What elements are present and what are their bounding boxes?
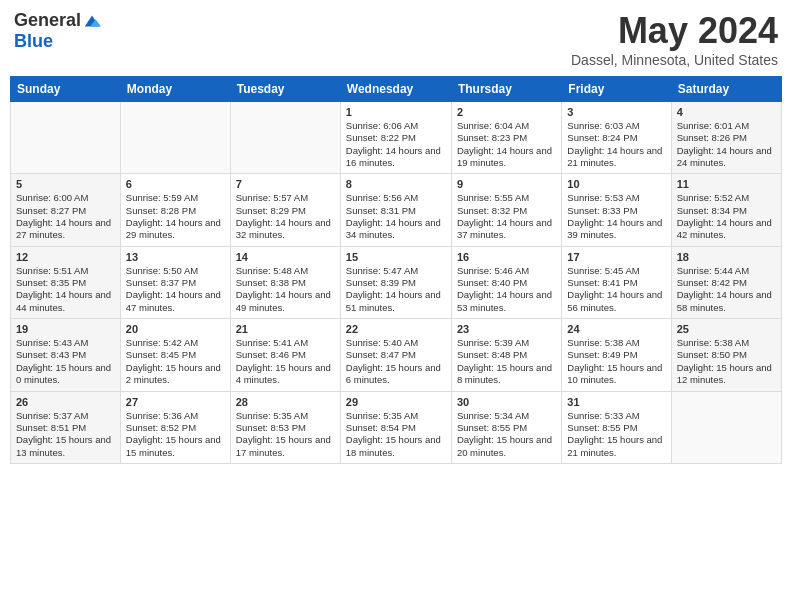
- daylight-hours: Daylight: 15 hours and 15 minutes.: [126, 434, 225, 459]
- sunrise-text: Sunrise: 6:00 AM: [16, 192, 115, 204]
- sunrise-text: Sunrise: 5:36 AM: [126, 410, 225, 422]
- calendar-cell: 14Sunrise: 5:48 AMSunset: 8:38 PMDayligh…: [230, 246, 340, 318]
- sunset-text: Sunset: 8:50 PM: [677, 349, 776, 361]
- calendar-cell: 28Sunrise: 5:35 AMSunset: 8:53 PMDayligh…: [230, 391, 340, 463]
- daylight-hours: Daylight: 15 hours and 18 minutes.: [346, 434, 446, 459]
- sunset-text: Sunset: 8:45 PM: [126, 349, 225, 361]
- daylight-hours: Daylight: 15 hours and 0 minutes.: [16, 362, 115, 387]
- calendar-cell: 23Sunrise: 5:39 AMSunset: 8:48 PMDayligh…: [451, 319, 561, 391]
- daylight-hours: Daylight: 14 hours and 32 minutes.: [236, 217, 335, 242]
- sunrise-text: Sunrise: 5:33 AM: [567, 410, 665, 422]
- calendar-cell: 11Sunrise: 5:52 AMSunset: 8:34 PMDayligh…: [671, 174, 781, 246]
- sunrise-text: Sunrise: 5:47 AM: [346, 265, 446, 277]
- sunset-text: Sunset: 8:41 PM: [567, 277, 665, 289]
- calendar-cell: 31Sunrise: 5:33 AMSunset: 8:55 PMDayligh…: [562, 391, 671, 463]
- calendar-cell: 10Sunrise: 5:53 AMSunset: 8:33 PMDayligh…: [562, 174, 671, 246]
- day-number: 8: [346, 178, 446, 190]
- sunrise-text: Sunrise: 5:55 AM: [457, 192, 556, 204]
- sunrise-text: Sunrise: 5:44 AM: [677, 265, 776, 277]
- day-number: 20: [126, 323, 225, 335]
- sunrise-text: Sunrise: 6:06 AM: [346, 120, 446, 132]
- day-number: 19: [16, 323, 115, 335]
- sunrise-text: Sunrise: 5:38 AM: [567, 337, 665, 349]
- day-number: 26: [16, 396, 115, 408]
- sunset-text: Sunset: 8:39 PM: [346, 277, 446, 289]
- day-number: 30: [457, 396, 556, 408]
- daylight-hours: Daylight: 15 hours and 21 minutes.: [567, 434, 665, 459]
- day-number: 21: [236, 323, 335, 335]
- day-number: 24: [567, 323, 665, 335]
- location-text: Dassel, Minnesota, United States: [571, 52, 778, 68]
- calendar-cell: 20Sunrise: 5:42 AMSunset: 8:45 PMDayligh…: [120, 319, 230, 391]
- sunset-text: Sunset: 8:43 PM: [16, 349, 115, 361]
- sunrise-text: Sunrise: 5:59 AM: [126, 192, 225, 204]
- sunset-text: Sunset: 8:35 PM: [16, 277, 115, 289]
- daylight-hours: Daylight: 14 hours and 47 minutes.: [126, 289, 225, 314]
- calendar-cell: 29Sunrise: 5:35 AMSunset: 8:54 PMDayligh…: [340, 391, 451, 463]
- daylight-hours: Daylight: 14 hours and 37 minutes.: [457, 217, 556, 242]
- calendar-week-row: 12Sunrise: 5:51 AMSunset: 8:35 PMDayligh…: [11, 246, 782, 318]
- daylight-hours: Daylight: 14 hours and 24 minutes.: [677, 145, 776, 170]
- sunset-text: Sunset: 8:49 PM: [567, 349, 665, 361]
- calendar-cell: [11, 102, 121, 174]
- calendar-header-saturday: Saturday: [671, 77, 781, 102]
- calendar-cell: 16Sunrise: 5:46 AMSunset: 8:40 PMDayligh…: [451, 246, 561, 318]
- calendar-header-wednesday: Wednesday: [340, 77, 451, 102]
- sunset-text: Sunset: 8:42 PM: [677, 277, 776, 289]
- logo-general-text: General: [14, 10, 81, 31]
- daylight-hours: Daylight: 14 hours and 44 minutes.: [16, 289, 115, 314]
- daylight-hours: Daylight: 14 hours and 34 minutes.: [346, 217, 446, 242]
- sunrise-text: Sunrise: 5:35 AM: [236, 410, 335, 422]
- sunset-text: Sunset: 8:23 PM: [457, 132, 556, 144]
- sunset-text: Sunset: 8:37 PM: [126, 277, 225, 289]
- calendar-header-monday: Monday: [120, 77, 230, 102]
- daylight-hours: Daylight: 14 hours and 21 minutes.: [567, 145, 665, 170]
- daylight-hours: Daylight: 14 hours and 27 minutes.: [16, 217, 115, 242]
- sunrise-text: Sunrise: 5:46 AM: [457, 265, 556, 277]
- sunset-text: Sunset: 8:48 PM: [457, 349, 556, 361]
- calendar-cell: 12Sunrise: 5:51 AMSunset: 8:35 PMDayligh…: [11, 246, 121, 318]
- day-number: 18: [677, 251, 776, 263]
- sunrise-text: Sunrise: 5:34 AM: [457, 410, 556, 422]
- day-number: 25: [677, 323, 776, 335]
- calendar-week-row: 26Sunrise: 5:37 AMSunset: 8:51 PMDayligh…: [11, 391, 782, 463]
- calendar-header-friday: Friday: [562, 77, 671, 102]
- daylight-hours: Daylight: 15 hours and 10 minutes.: [567, 362, 665, 387]
- sunrise-text: Sunrise: 6:01 AM: [677, 120, 776, 132]
- day-number: 7: [236, 178, 335, 190]
- calendar-cell: [230, 102, 340, 174]
- sunrise-text: Sunrise: 5:50 AM: [126, 265, 225, 277]
- daylight-hours: Daylight: 15 hours and 6 minutes.: [346, 362, 446, 387]
- sunset-text: Sunset: 8:28 PM: [126, 205, 225, 217]
- calendar-cell: 26Sunrise: 5:37 AMSunset: 8:51 PMDayligh…: [11, 391, 121, 463]
- calendar-cell: 1Sunrise: 6:06 AMSunset: 8:22 PMDaylight…: [340, 102, 451, 174]
- day-number: 28: [236, 396, 335, 408]
- sunset-text: Sunset: 8:47 PM: [346, 349, 446, 361]
- calendar-cell: [671, 391, 781, 463]
- sunset-text: Sunset: 8:52 PM: [126, 422, 225, 434]
- calendar-cell: 25Sunrise: 5:38 AMSunset: 8:50 PMDayligh…: [671, 319, 781, 391]
- sunrise-text: Sunrise: 5:51 AM: [16, 265, 115, 277]
- sunset-text: Sunset: 8:22 PM: [346, 132, 446, 144]
- logo: General Blue: [14, 10, 101, 52]
- day-number: 23: [457, 323, 556, 335]
- title-section: May 2024 Dassel, Minnesota, United State…: [571, 10, 778, 68]
- daylight-hours: Daylight: 15 hours and 8 minutes.: [457, 362, 556, 387]
- calendar-cell: 30Sunrise: 5:34 AMSunset: 8:55 PMDayligh…: [451, 391, 561, 463]
- sunset-text: Sunset: 8:29 PM: [236, 205, 335, 217]
- sunset-text: Sunset: 8:32 PM: [457, 205, 556, 217]
- sunset-text: Sunset: 8:38 PM: [236, 277, 335, 289]
- daylight-hours: Daylight: 15 hours and 12 minutes.: [677, 362, 776, 387]
- day-number: 13: [126, 251, 225, 263]
- daylight-hours: Daylight: 14 hours and 49 minutes.: [236, 289, 335, 314]
- day-number: 3: [567, 106, 665, 118]
- day-number: 5: [16, 178, 115, 190]
- sunrise-text: Sunrise: 6:03 AM: [567, 120, 665, 132]
- day-number: 6: [126, 178, 225, 190]
- daylight-hours: Daylight: 14 hours and 29 minutes.: [126, 217, 225, 242]
- day-number: 17: [567, 251, 665, 263]
- day-number: 14: [236, 251, 335, 263]
- page-header: General Blue May 2024 Dassel, Minnesota,…: [10, 10, 782, 68]
- calendar-cell: 18Sunrise: 5:44 AMSunset: 8:42 PMDayligh…: [671, 246, 781, 318]
- calendar-cell: 3Sunrise: 6:03 AMSunset: 8:24 PMDaylight…: [562, 102, 671, 174]
